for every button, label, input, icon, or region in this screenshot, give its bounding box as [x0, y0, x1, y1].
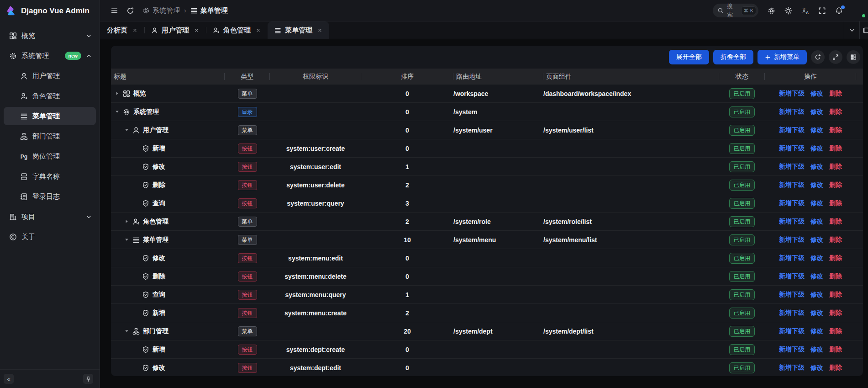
add-child-action[interactable]: 新增下级 [779, 163, 805, 171]
sidebar-item-overview[interactable]: 概览 [4, 27, 96, 45]
sidebar-item-dept-management[interactable]: 部门管理 [4, 127, 96, 145]
sidebar-item-label: 关于 [21, 233, 92, 241]
title-cell[interactable]: 用户管理 [111, 121, 225, 139]
delete-action[interactable]: 删除 [829, 218, 842, 226]
breadcrumb-item-system[interactable]: 系统管理 [142, 6, 180, 15]
sidebar-item-system-management[interactable]: 系统管理new [4, 47, 96, 65]
sidebar-item-post-management[interactable]: Pg岗位管理 [4, 147, 96, 165]
tab-role-management[interactable]: 角色管理 [206, 21, 268, 39]
tab-menu-management[interactable]: 菜单管理 [268, 21, 329, 39]
app-logo[interactable]: Djagno Vue Admin [0, 0, 100, 21]
pin-sidebar-button[interactable] [83, 374, 93, 384]
add-menu-button[interactable]: 新增菜单 [758, 50, 807, 64]
edit-action[interactable]: 修改 [810, 199, 823, 207]
delete-action[interactable]: 删除 [829, 345, 842, 354]
sidebar-item-menu-management[interactable]: 菜单管理 [4, 107, 96, 125]
edit-action[interactable]: 修改 [810, 254, 823, 262]
edit-action[interactable]: 修改 [810, 90, 823, 98]
sidebar-item-project[interactable]: 项目 [4, 207, 96, 226]
delete-action[interactable]: 删除 [829, 309, 842, 317]
edit-action[interactable]: 修改 [810, 236, 823, 244]
search-input[interactable]: 搜索 ⌘ K [713, 4, 758, 17]
sidebar-item-about[interactable]: 关于 [4, 228, 96, 246]
add-child-action[interactable]: 新增下级 [779, 236, 805, 244]
delete-action[interactable]: 删除 [829, 126, 842, 134]
delete-action[interactable]: 删除 [829, 181, 842, 189]
title-cell[interactable]: 概览 [111, 85, 225, 102]
add-child-action[interactable]: 新增下级 [779, 254, 805, 262]
menu-toggle-button[interactable] [110, 7, 118, 15]
type-cell: 目录 [225, 103, 270, 121]
title-cell[interactable]: 角色管理 [111, 213, 225, 230]
menu-title: 修改 [153, 254, 165, 262]
edit-action[interactable]: 修改 [810, 272, 823, 281]
table-fullscreen-button[interactable] [829, 50, 842, 64]
add-child-action[interactable]: 新增下级 [779, 309, 805, 317]
edit-action[interactable]: 修改 [810, 364, 823, 372]
sidebar-item-login-log[interactable]: 登录日志 [4, 187, 96, 206]
theme-toggle-button[interactable] [784, 7, 792, 15]
delete-action[interactable]: 删除 [829, 272, 842, 281]
sidebar-item-role-management[interactable]: 角色管理 [4, 87, 96, 105]
delete-action[interactable]: 删除 [829, 327, 842, 335]
fullscreen-button[interactable] [818, 7, 826, 15]
tab-analysis[interactable]: 分析页 [100, 21, 144, 39]
collapse-all-button[interactable]: 折叠全部 [713, 50, 753, 64]
close-tab-button[interactable] [132, 28, 137, 33]
table-refresh-button[interactable] [811, 50, 825, 64]
add-child-action[interactable]: 新增下级 [779, 364, 805, 372]
refresh-page-button[interactable] [126, 7, 134, 15]
title-cell[interactable]: 系统管理 [111, 103, 225, 121]
delete-action[interactable]: 删除 [829, 199, 842, 207]
edit-action[interactable]: 修改 [810, 144, 823, 153]
edit-action[interactable]: 修改 [810, 126, 823, 134]
add-child-action[interactable]: 新增下级 [779, 199, 805, 207]
tab-label: 菜单管理 [285, 26, 312, 35]
add-child-action[interactable]: 新增下级 [779, 218, 805, 226]
edit-action[interactable]: 修改 [810, 291, 823, 299]
tab-user-management[interactable]: 用户管理 [144, 21, 206, 39]
add-child-action[interactable]: 新增下级 [779, 345, 805, 354]
delete-action[interactable]: 删除 [829, 364, 842, 372]
close-tab-button[interactable] [256, 28, 261, 33]
sidebar-item-dict-management[interactable]: 字典名称 [4, 167, 96, 186]
add-child-action[interactable]: 新增下级 [779, 181, 805, 189]
edit-action[interactable]: 修改 [810, 181, 823, 189]
add-child-action[interactable]: 新增下级 [779, 108, 805, 116]
title-cell[interactable]: 菜单管理 [111, 231, 225, 249]
add-child-action[interactable]: 新增下级 [779, 144, 805, 153]
delete-action[interactable]: 删除 [829, 254, 842, 262]
tab-maximize-button[interactable] [859, 21, 868, 39]
table-columns-button[interactable] [847, 50, 860, 64]
edit-action[interactable]: 修改 [810, 218, 823, 226]
settings-button[interactable] [768, 7, 775, 15]
delete-action[interactable]: 删除 [829, 291, 842, 299]
sidebar-item-user-management[interactable]: 用户管理 [4, 67, 96, 85]
close-tab-button[interactable] [317, 28, 322, 33]
language-button[interactable]: 文A [801, 7, 809, 15]
delete-action[interactable]: 删除 [829, 90, 842, 98]
add-child-action[interactable]: 新增下级 [779, 272, 805, 281]
edit-action[interactable]: 修改 [810, 108, 823, 116]
add-child-action[interactable]: 新增下级 [779, 291, 805, 299]
notifications-button[interactable] [835, 7, 843, 15]
title-cell[interactable]: 部门管理 [111, 322, 225, 340]
close-tab-button[interactable] [194, 28, 199, 33]
delete-action[interactable]: 删除 [829, 163, 842, 171]
edit-action[interactable]: 修改 [810, 327, 823, 335]
status-badge: 已启用 [729, 253, 755, 264]
expand-all-button[interactable]: 展开全部 [669, 50, 709, 64]
tab-list-dropdown-button[interactable] [844, 21, 859, 39]
user-avatar[interactable] [852, 4, 865, 17]
add-child-action[interactable]: 新增下级 [779, 90, 805, 98]
breadcrumb-item-menu[interactable]: 菜单管理 [190, 6, 228, 15]
add-child-action[interactable]: 新增下级 [779, 126, 805, 134]
collapse-sidebar-button[interactable]: « [4, 374, 14, 384]
edit-action[interactable]: 修改 [810, 345, 823, 354]
edit-action[interactable]: 修改 [810, 309, 823, 317]
add-child-action[interactable]: 新增下级 [779, 327, 805, 335]
delete-action[interactable]: 删除 [829, 144, 842, 153]
edit-action[interactable]: 修改 [810, 163, 823, 171]
delete-action[interactable]: 删除 [829, 236, 842, 244]
delete-action[interactable]: 删除 [829, 108, 842, 116]
